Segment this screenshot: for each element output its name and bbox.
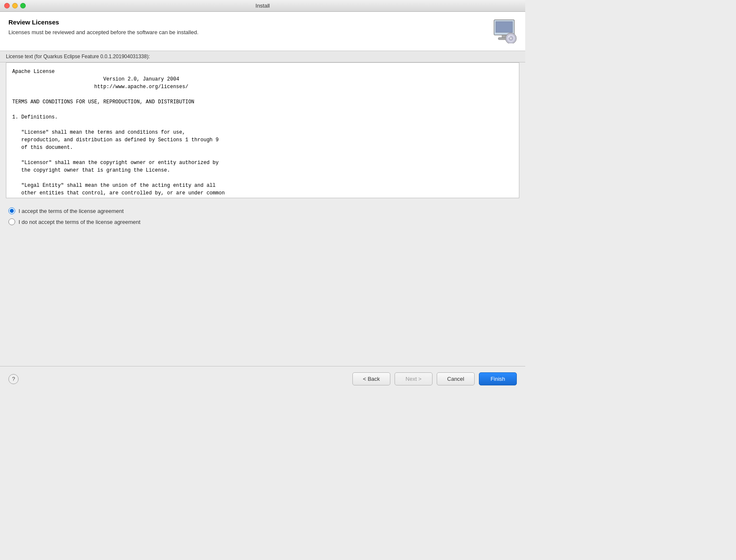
minimize-button[interactable] [12,3,18,8]
spacer [0,230,525,366]
footer-right: < Back Next > Cancel Finish [352,372,517,385]
page-subtitle: Licenses must be reviewed and accepted b… [8,29,492,35]
cancel-button[interactable]: Cancel [437,372,475,385]
accept-radio-input[interactable] [8,207,15,214]
help-button[interactable]: ? [8,374,19,384]
maximize-button[interactable] [20,3,26,8]
close-button[interactable] [4,3,10,8]
finish-button[interactable]: Finish [479,372,517,385]
accept-radio-label: I accept the terms of the license agreem… [19,208,124,214]
header-icon [492,19,517,44]
footer-left: ? [8,374,19,384]
license-text-box[interactable]: Apache License Version 2.0, January 2004… [6,62,519,198]
license-label-bar: License text (for Quarkus Eclipse Featur… [0,51,525,62]
install-icon [492,19,517,43]
decline-radio-option[interactable]: I do not accept the terms of the license… [8,218,517,225]
back-button[interactable]: < Back [352,372,390,385]
header-section: Review Licenses Licenses must be reviewe… [0,12,525,51]
next-button[interactable]: Next > [395,372,432,385]
footer: ? < Back Next > Cancel Finish [0,366,525,391]
window-body: Review Licenses Licenses must be reviewe… [0,12,525,391]
radio-section: I accept the terms of the license agreem… [0,202,525,230]
svg-rect-1 [496,22,513,32]
header-text: Review Licenses Licenses must be reviewe… [8,19,492,35]
window-title: Install [255,3,270,9]
decline-radio-input[interactable] [8,218,15,225]
page-title: Review Licenses [8,19,492,26]
license-text-container: Apache License Version 2.0, January 2004… [0,62,525,202]
svg-point-7 [510,38,512,40]
title-bar: Install [0,0,525,12]
license-label-text: License text (for Quarkus Eclipse Featur… [6,54,150,59]
decline-radio-label: I do not accept the terms of the license… [19,219,140,225]
accept-radio-option[interactable]: I accept the terms of the license agreem… [8,207,517,214]
traffic-lights [4,3,26,8]
